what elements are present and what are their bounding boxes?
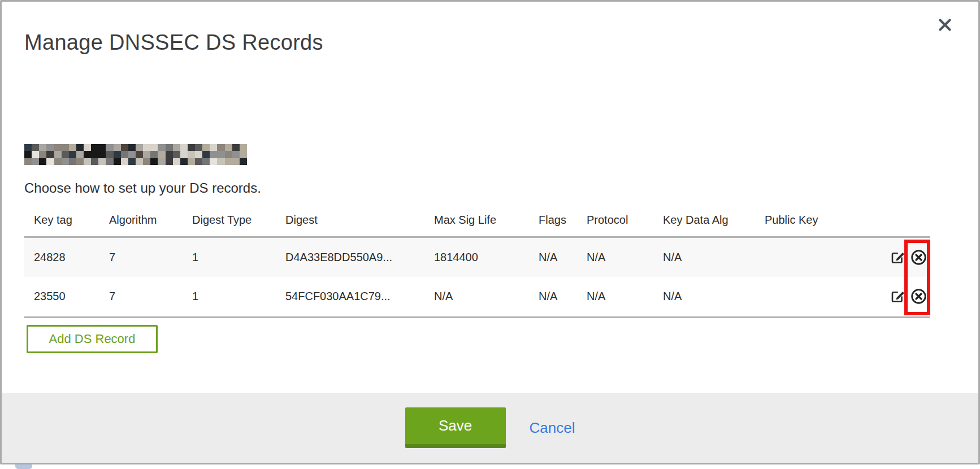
cell-key-tag: 24828: [24, 237, 99, 277]
edit-record-icon[interactable]: [890, 250, 905, 265]
col-header-algorithm: Algorithm: [99, 204, 183, 237]
instruction-text: Choose how to set up your DS records.: [24, 180, 261, 196]
cell-key-data-alg: N/A: [653, 237, 755, 277]
table-row: 23550 7 1 54FCF030AA1C79... N/A N/A N/A …: [24, 277, 930, 317]
col-header-key-data-alg: Key Data Alg: [653, 204, 755, 237]
cell-max-sig-life: 1814400: [424, 237, 529, 277]
table-header-row: Key tag Algorithm Digest Type Digest Max…: [24, 204, 930, 237]
cancel-link[interactable]: Cancel: [530, 419, 575, 437]
edit-record-icon[interactable]: [890, 289, 905, 304]
manage-dnssec-dialog: Manage DNSSEC DS Records Choose how to s…: [0, 0, 980, 464]
dialog-footer: Save Cancel: [2, 393, 978, 463]
cell-key-tag: 23550: [24, 277, 99, 317]
col-header-public-key: Public Key: [755, 204, 879, 237]
col-header-max-sig-life: Max Sig Life: [424, 204, 529, 237]
cell-digest-type: 1: [183, 237, 276, 277]
cell-public-key: [755, 277, 879, 317]
row-actions: [879, 237, 930, 277]
cell-digest: 54FCF030AA1C79...: [276, 277, 424, 317]
col-header-key-tag: Key tag: [24, 204, 99, 237]
cell-protocol: N/A: [577, 277, 653, 317]
cell-flags: N/A: [529, 277, 577, 317]
dialog-title: Manage DNSSEC DS Records: [24, 31, 323, 55]
col-header-flags: Flags: [529, 204, 577, 237]
table-row: 24828 7 1 D4A33E8DD550A9... 1814400 N/A …: [24, 237, 930, 277]
delete-record-icon[interactable]: [910, 288, 927, 305]
cell-digest: D4A33E8DD550A9...: [276, 237, 424, 277]
close-icon[interactable]: [935, 15, 955, 34]
cell-key-data-alg: N/A: [653, 277, 755, 317]
col-header-digest-type: Digest Type: [183, 204, 276, 237]
col-header-digest: Digest: [276, 204, 424, 237]
save-button[interactable]: Save: [405, 407, 506, 448]
background-page-fragment: [15, 464, 32, 469]
ds-records-table-wrap: Key tag Algorithm Digest Type Digest Max…: [24, 204, 930, 318]
screenshot-stage: Manage DNSSEC DS Records Choose how to s…: [0, 0, 980, 469]
col-header-protocol: Protocol: [577, 204, 653, 237]
redacted-domain: [24, 144, 247, 165]
cell-public-key: [755, 237, 879, 277]
cell-protocol: N/A: [577, 237, 653, 277]
cell-algorithm: 7: [99, 277, 183, 317]
col-header-actions: [879, 204, 930, 237]
ds-records-table: Key tag Algorithm Digest Type Digest Max…: [24, 204, 930, 318]
add-ds-record-button[interactable]: Add DS Record: [27, 325, 158, 353]
cell-max-sig-life: N/A: [424, 277, 529, 317]
page-behind-modal: [0, 464, 980, 469]
delete-record-icon[interactable]: [910, 249, 927, 266]
cell-flags: N/A: [529, 237, 577, 277]
row-actions: [879, 277, 930, 317]
table-body: 24828 7 1 D4A33E8DD550A9... 1814400 N/A …: [24, 237, 930, 317]
cell-algorithm: 7: [99, 237, 183, 277]
cell-digest-type: 1: [183, 277, 276, 317]
